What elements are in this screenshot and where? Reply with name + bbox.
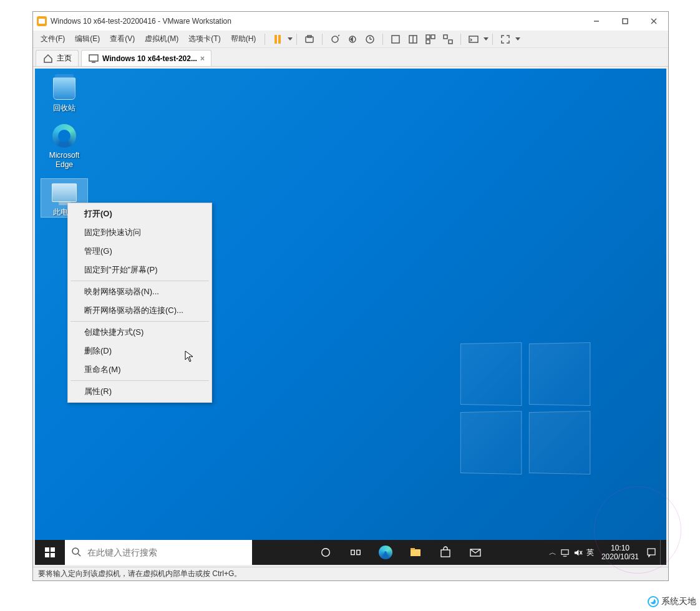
task-view-button[interactable] — [342, 540, 369, 565]
separator — [70, 281, 209, 281]
vm-viewport: 回收站 Microsoft Edge 此电脑 打开(O) 固定到快速访问 管理(… — [33, 67, 668, 567]
tray-chevron-icon[interactable]: ︿ — [549, 547, 557, 558]
guest-desktop[interactable]: 回收站 Microsoft Edge 此电脑 打开(O) 固定到快速访问 管理(… — [35, 69, 666, 565]
menu-help[interactable]: 帮助(H) — [226, 31, 261, 47]
svg-line-7 — [338, 35, 339, 36]
tab-home-label: 主页 — [57, 53, 72, 64]
snapshot-revert-icon[interactable] — [345, 32, 360, 47]
console-dropdown[interactable] — [484, 37, 489, 41]
ctx-disconnect-network-drive[interactable]: 断开网络驱动器的连接(C)... — [69, 301, 210, 320]
fullscreen-dropdown[interactable] — [515, 37, 520, 41]
edge-glyph-icon — [51, 122, 78, 150]
menu-edit[interactable]: 编辑(E) — [70, 31, 105, 47]
desktop-icons: 回收站 Microsoft Edge 此电脑 — [41, 75, 87, 217]
watermark-logo-icon — [648, 596, 659, 607]
ctx-pin-quick-access[interactable]: 固定到快速访问 — [69, 223, 210, 242]
ctx-map-network-drive[interactable]: 映射网络驱动器(N)... — [69, 282, 210, 301]
menu-vm[interactable]: 虚拟机(M) — [140, 31, 183, 47]
edge-label: Microsoft Edge — [49, 151, 80, 169]
svg-rect-1 — [623, 19, 628, 24]
svg-rect-16 — [431, 35, 435, 39]
watermark-circle — [594, 486, 681, 574]
view-single-icon[interactable] — [388, 32, 403, 47]
watermark-badge: 系统天地 — [644, 595, 700, 609]
suspend-button[interactable] — [270, 32, 285, 47]
ctx-rename[interactable]: 重命名(M) — [69, 360, 210, 379]
console-icon[interactable] — [466, 32, 481, 47]
svg-point-23 — [72, 548, 79, 554]
ime-indicator[interactable]: 英 — [586, 547, 594, 558]
volume-icon[interactable] — [573, 548, 583, 557]
tabbar: 主页 Windows 10 x64-test-202... × — [33, 48, 668, 67]
snapshot-clock-icon[interactable] — [362, 32, 377, 47]
menubar: 文件(F) 编辑(E) 查看(V) 虚拟机(M) 选项卡(T) 帮助(H) — [33, 31, 668, 48]
separator — [322, 34, 323, 45]
unity-icon[interactable] — [440, 32, 455, 47]
ctx-properties[interactable]: 属性(R) — [69, 382, 210, 401]
view-tiled-icon[interactable] — [423, 32, 438, 47]
statusbar: 要将输入定向到该虚拟机，请在虚拟机内部单击或按 Ctrl+G。 — [33, 567, 668, 580]
ctx-manage[interactable]: 管理(G) — [69, 242, 210, 261]
snapshot-take-icon[interactable] — [302, 32, 317, 47]
svg-rect-30 — [441, 550, 450, 557]
cortana-button[interactable] — [312, 540, 339, 565]
svg-rect-18 — [444, 35, 447, 39]
home-icon — [42, 53, 54, 64]
trash-icon — [51, 75, 78, 102]
svg-rect-28 — [411, 549, 420, 556]
search-input[interactable] — [87, 547, 246, 557]
taskbar-edge-icon[interactable] — [372, 540, 399, 565]
power-dropdown[interactable] — [288, 37, 293, 41]
menu-tabs[interactable]: 选项卡(T) — [183, 31, 225, 47]
vmware-window: Windows 10 x64-test-20200416 - VMware Wo… — [32, 11, 669, 581]
taskbar-mail-icon[interactable] — [462, 540, 489, 565]
separator — [382, 34, 383, 45]
separator — [70, 380, 209, 381]
svg-rect-32 — [561, 549, 568, 554]
fullscreen-icon[interactable] — [498, 32, 513, 47]
menu-file[interactable]: 文件(F) — [36, 31, 70, 47]
separator — [460, 34, 461, 45]
search-icon — [71, 547, 82, 558]
separator — [492, 34, 493, 45]
minimize-button[interactable] — [582, 12, 611, 31]
svg-line-24 — [78, 554, 80, 556]
ctx-open[interactable]: 打开(O) — [69, 204, 210, 223]
start-button[interactable] — [35, 540, 65, 565]
svg-rect-15 — [426, 35, 430, 39]
tab-vm[interactable]: Windows 10 x64-test-202... × — [81, 50, 211, 66]
recycle-bin-label: 回收站 — [53, 103, 75, 112]
search-box[interactable] — [65, 540, 252, 565]
taskbar-explorer-icon[interactable] — [402, 540, 429, 565]
status-message: 要将输入定向到该虚拟机，请在虚拟机内部单击或按 Ctrl+G。 — [38, 569, 241, 579]
menu-view[interactable]: 查看(V) — [105, 31, 140, 47]
taskbar-store-icon[interactable] — [432, 540, 459, 565]
svg-rect-12 — [392, 36, 399, 43]
svg-point-6 — [332, 36, 338, 42]
tab-home[interactable]: 主页 — [36, 50, 79, 66]
network-icon[interactable] — [560, 548, 570, 557]
window-controls — [582, 12, 668, 31]
maximize-button[interactable] — [611, 12, 639, 31]
svg-rect-29 — [411, 548, 415, 550]
taskbar-center — [252, 540, 549, 565]
edge-icon[interactable]: Microsoft Edge — [41, 122, 87, 169]
ctx-create-shortcut[interactable]: 创建快捷方式(S) — [69, 323, 210, 342]
vmware-icon — [37, 16, 47, 26]
ctx-pin-start[interactable]: 固定到"开始"屏幕(P) — [69, 261, 210, 279]
tab-close-icon[interactable]: × — [200, 54, 205, 63]
recycle-bin-icon[interactable]: 回收站 — [41, 75, 87, 112]
svg-rect-19 — [449, 40, 452, 44]
windows-logo-wallpaper — [459, 343, 596, 480]
separator — [70, 321, 209, 322]
windows-start-icon — [45, 547, 55, 557]
svg-point-25 — [322, 549, 330, 557]
snapshot-manage-icon[interactable] — [328, 32, 343, 47]
svg-rect-21 — [89, 55, 98, 61]
svg-rect-17 — [426, 40, 430, 44]
view-split-icon[interactable] — [406, 32, 420, 47]
separator — [296, 34, 297, 45]
monitor-icon — [88, 53, 99, 64]
titlebar: Windows 10 x64-test-20200416 - VMware Wo… — [33, 12, 668, 31]
close-button[interactable] — [639, 12, 668, 31]
